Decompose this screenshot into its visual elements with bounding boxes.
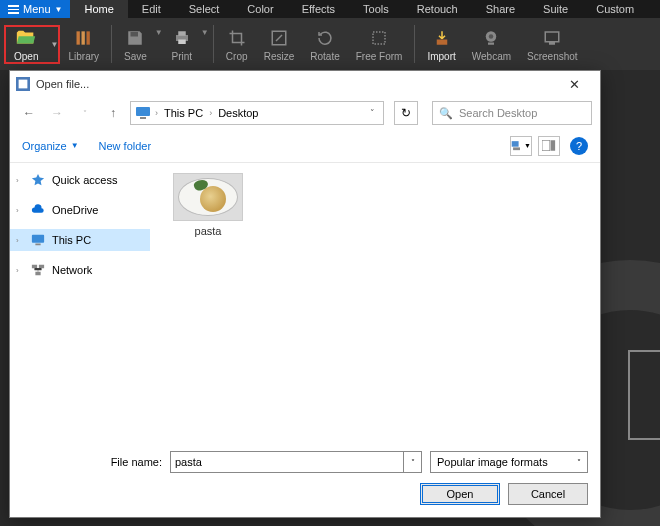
filename-dropdown-icon[interactable]: ˅: [404, 451, 422, 473]
tab-tools[interactable]: Tools: [349, 0, 403, 18]
breadcrumb-thispc[interactable]: This PC: [162, 107, 205, 119]
view-mode-button[interactable]: ▼: [510, 136, 532, 156]
app-icon: [16, 77, 30, 91]
svg-rect-21: [542, 140, 550, 151]
file-thumbnail: [173, 173, 243, 221]
folder-open-icon: [15, 27, 37, 49]
sidebar-item-thispc[interactable]: › This PC: [10, 229, 150, 251]
preview-pane-button[interactable]: [538, 136, 560, 156]
svg-rect-8: [373, 32, 385, 44]
ribbon-screenshot[interactable]: Screenshot: [519, 18, 586, 70]
dialog-sidebar: › Quick access › OneDrive › This PC › Ne…: [10, 163, 150, 443]
cancel-button[interactable]: Cancel: [508, 483, 588, 505]
ribbon-freeform-label: Free Form: [356, 51, 403, 62]
tab-edit[interactable]: Edit: [128, 0, 175, 18]
screenshot-icon: [541, 27, 563, 49]
filetype-filter[interactable]: Popular image formats ˅: [430, 451, 588, 473]
ribbon-freeform[interactable]: Free Form: [348, 18, 411, 70]
sidebar-item-quickaccess[interactable]: › Quick access: [10, 169, 150, 191]
open-highlighted-group: Open ▼: [4, 25, 60, 64]
open-button[interactable]: Open: [420, 483, 500, 505]
tab-home[interactable]: Home: [70, 0, 127, 18]
ribbon-import[interactable]: Import: [419, 18, 463, 70]
search-placeholder: Search Desktop: [459, 107, 537, 119]
new-folder-button[interactable]: New folder: [99, 140, 152, 152]
ribbon-open-label: Open: [14, 51, 38, 62]
open-file-dialog: Open file... ✕ ← → ˅ ↑ › This PC › Deskt…: [9, 70, 601, 518]
svg-rect-16: [19, 80, 28, 89]
tab-retouch[interactable]: Retouch: [403, 0, 472, 18]
back-button[interactable]: ←: [18, 102, 40, 124]
ribbon-webcam-label: Webcam: [472, 51, 511, 62]
help-button[interactable]: ?: [570, 137, 588, 155]
sidebar-item-onedrive[interactable]: › OneDrive: [10, 199, 150, 221]
chevron-down-icon: ˅: [577, 458, 581, 467]
chevron-right-icon: ›: [16, 266, 24, 275]
dialog-nav-row: ← → ˅ ↑ › This PC › Desktop ˅ ↻ 🔍 Search…: [10, 97, 600, 129]
resize-icon: [268, 27, 290, 49]
svg-rect-27: [35, 272, 40, 276]
file-list-area[interactable]: pasta: [150, 163, 600, 443]
svg-rect-0: [76, 31, 79, 44]
app-menubar: Menu ▼ Home Edit Select Color Effects To…: [0, 0, 660, 18]
tab-share[interactable]: Share: [472, 0, 529, 18]
tab-color[interactable]: Color: [233, 0, 287, 18]
ribbon-print-label: Print: [171, 51, 192, 62]
recent-dropdown-icon[interactable]: ˅: [74, 102, 96, 124]
organize-label: Organize: [22, 140, 67, 152]
breadcrumb-desktop[interactable]: Desktop: [216, 107, 260, 119]
tab-select[interactable]: Select: [175, 0, 234, 18]
svg-rect-24: [35, 244, 40, 246]
menu-button[interactable]: Menu ▼: [0, 0, 70, 18]
ribbon-crop[interactable]: Crop: [218, 18, 256, 70]
ribbon-import-label: Import: [427, 51, 455, 62]
tab-suite[interactable]: Suite: [529, 0, 582, 18]
sidebar-item-network[interactable]: › Network: [10, 259, 150, 281]
filename-label: File name:: [22, 456, 162, 468]
svg-point-11: [489, 34, 494, 39]
search-icon: 🔍: [439, 107, 453, 120]
dialog-toolbar: Organize ▼ New folder ▼ ?: [10, 129, 600, 163]
ribbon-rotate[interactable]: Rotate: [302, 18, 347, 70]
close-button[interactable]: ✕: [554, 71, 594, 97]
ribbon-library[interactable]: Library: [60, 18, 107, 70]
ribbon-save[interactable]: Save: [116, 18, 155, 70]
forward-button[interactable]: →: [46, 102, 68, 124]
organize-button[interactable]: Organize ▼: [22, 140, 79, 152]
chevron-right-icon: ›: [16, 206, 24, 215]
svg-rect-3: [131, 32, 139, 37]
ribbon-save-label: Save: [124, 51, 147, 62]
chevron-down-icon: ▼: [55, 5, 63, 14]
filter-label: Popular image formats: [437, 456, 548, 468]
address-dropdown-icon[interactable]: ˅: [366, 108, 379, 118]
refresh-button[interactable]: ↻: [394, 101, 418, 125]
address-bar[interactable]: › This PC › Desktop ˅: [130, 101, 384, 125]
ribbon-open[interactable]: Open: [6, 27, 46, 62]
file-item-pasta[interactable]: pasta: [168, 173, 248, 237]
pc-icon: [135, 105, 151, 121]
library-icon: [73, 27, 95, 49]
svg-rect-25: [32, 265, 37, 269]
tab-custom[interactable]: Custom: [582, 0, 648, 18]
svg-rect-22: [551, 140, 555, 151]
tab-effects[interactable]: Effects: [288, 0, 349, 18]
ribbon-rotate-label: Rotate: [310, 51, 339, 62]
svg-rect-5: [178, 31, 186, 36]
ribbon-webcam[interactable]: Webcam: [464, 18, 519, 70]
chevron-right-icon: ›: [155, 108, 158, 118]
ribbon-resize[interactable]: Resize: [256, 18, 303, 70]
svg-rect-20: [513, 147, 520, 150]
search-input[interactable]: 🔍 Search Desktop: [432, 101, 592, 125]
ribbon-print[interactable]: Print: [163, 18, 201, 70]
network-icon: [30, 262, 46, 278]
svg-rect-6: [178, 39, 186, 44]
open-dropdown-icon[interactable]: ▼: [46, 40, 58, 49]
save-dropdown-icon[interactable]: ▼: [155, 28, 163, 37]
up-button[interactable]: ↑: [102, 102, 124, 124]
svg-rect-26: [39, 265, 44, 269]
hamburger-icon: [8, 5, 19, 14]
rotate-icon: [314, 27, 336, 49]
webcam-icon: [480, 27, 502, 49]
filename-input[interactable]: [170, 451, 404, 473]
print-dropdown-icon[interactable]: ▼: [201, 28, 209, 37]
